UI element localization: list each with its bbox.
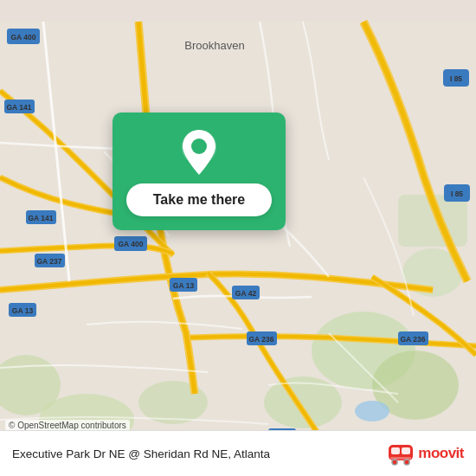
moovit-logo: moovit <box>387 440 464 467</box>
svg-text:GA 237: GA 237 <box>37 257 62 266</box>
svg-text:GA 13: GA 13 <box>12 306 34 315</box>
bottom-bar: Executive Park Dr NE @ Sheridan Rd NE, A… <box>0 430 476 476</box>
svg-rect-42 <box>391 447 400 454</box>
svg-text:GA 141: GA 141 <box>7 103 32 112</box>
svg-text:I 85: I 85 <box>451 190 463 198</box>
svg-text:Brookhaven: Brookhaven <box>184 39 244 52</box>
svg-text:GA 236: GA 236 <box>401 335 426 344</box>
svg-point-45 <box>404 460 409 465</box>
destination-address: Executive Park Dr NE @ Sheridan Rd NE, A… <box>12 447 387 460</box>
svg-rect-46 <box>390 457 411 460</box>
overlay-card: Take me there <box>113 113 286 230</box>
svg-rect-43 <box>402 447 410 454</box>
map-container[interactable]: GA 400 GA 141 GA 141 GA 237 GA 13 GA 13 … <box>0 0 476 476</box>
svg-text:GA 236: GA 236 <box>249 335 274 344</box>
svg-text:GA 42: GA 42 <box>235 289 257 298</box>
take-me-there-button[interactable]: Take me there <box>126 183 272 216</box>
svg-text:GA 13: GA 13 <box>173 281 195 290</box>
location-pin-icon <box>178 128 220 177</box>
svg-point-9 <box>355 401 389 421</box>
svg-text:GA 400: GA 400 <box>119 240 144 248</box>
svg-text:I 85: I 85 <box>450 74 462 83</box>
map-background: GA 400 GA 141 GA 141 GA 237 GA 13 GA 13 … <box>0 0 476 476</box>
svg-text:GA 400: GA 400 <box>11 33 36 42</box>
svg-point-44 <box>392 460 397 465</box>
svg-point-40 <box>191 138 207 154</box>
moovit-brand-text: moovit <box>418 445 464 462</box>
moovit-icon <box>387 440 415 467</box>
svg-text:GA 141: GA 141 <box>29 214 54 222</box>
